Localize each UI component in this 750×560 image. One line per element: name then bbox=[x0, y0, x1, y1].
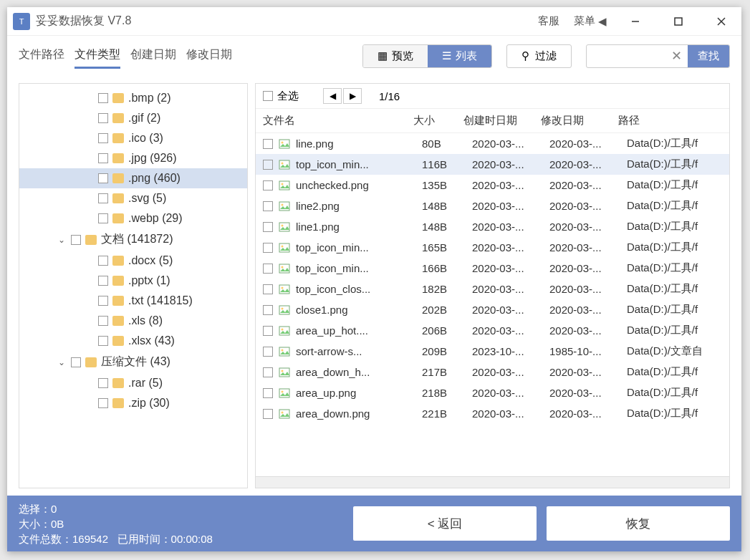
row-checkbox[interactable] bbox=[263, 264, 273, 274]
tree-checkbox[interactable] bbox=[71, 357, 81, 367]
table-row[interactable]: line1.png148B2020-03-...2020-03-...Data(… bbox=[256, 216, 729, 237]
table-row[interactable]: area_up_hot....206B2020-03-...2020-03-..… bbox=[256, 320, 729, 341]
tree-checkbox[interactable] bbox=[98, 336, 108, 346]
tree-checkbox[interactable] bbox=[98, 193, 108, 203]
row-checkbox[interactable] bbox=[263, 305, 273, 315]
minimize-button[interactable] bbox=[621, 11, 650, 32]
table-row[interactable]: top_icon_min...165B2020-03-...2020-03-..… bbox=[256, 237, 729, 258]
row-checkbox[interactable] bbox=[263, 201, 273, 211]
tree-item[interactable]: .txt (141815) bbox=[19, 291, 247, 311]
tree-checkbox[interactable] bbox=[98, 276, 108, 286]
maximize-button[interactable] bbox=[664, 11, 693, 32]
tree-item[interactable]: .pptx (1) bbox=[19, 271, 247, 291]
back-button[interactable]: < 返回 bbox=[353, 506, 537, 541]
row-checkbox[interactable] bbox=[263, 326, 273, 336]
filter-button[interactable]: ⚲过滤 bbox=[506, 44, 572, 68]
tree-item[interactable]: .zip (30) bbox=[19, 393, 247, 413]
row-checkbox[interactable] bbox=[263, 180, 273, 190]
file-size: 206B bbox=[422, 324, 472, 337]
col-created[interactable]: 创建时日期 bbox=[463, 114, 541, 127]
svg-rect-20 bbox=[279, 306, 289, 314]
tree-item[interactable]: .webp (29) bbox=[19, 208, 247, 228]
tree-item[interactable]: .gif (2) bbox=[19, 108, 247, 128]
row-checkbox[interactable] bbox=[263, 347, 273, 357]
table-row[interactable]: unchecked.png135B2020-03-...2020-03-...D… bbox=[256, 175, 729, 195]
expand-icon[interactable]: ⌄ bbox=[57, 235, 67, 245]
tree-item[interactable]: .jpg (926) bbox=[19, 148, 247, 168]
tab-type[interactable]: 文件类型 bbox=[74, 43, 120, 69]
tab-path[interactable]: 文件路径 bbox=[19, 43, 64, 69]
file-size: 165B bbox=[422, 241, 472, 254]
tab-created[interactable]: 创建日期 bbox=[130, 43, 176, 69]
next-page-button[interactable]: ▶ bbox=[343, 88, 362, 104]
tree-item[interactable]: ⌄文档 (141872) bbox=[19, 228, 247, 251]
table-row[interactable]: sort-arrow-s...209B2023-10-...1985-10-..… bbox=[256, 341, 729, 362]
expand-icon[interactable]: ⌄ bbox=[57, 357, 67, 367]
row-checkbox[interactable] bbox=[263, 160, 273, 170]
support-link[interactable]: 客服 bbox=[538, 14, 559, 28]
table-row[interactable]: area_down_h...217B2020-03-...2020-03-...… bbox=[256, 362, 729, 382]
tree-checkbox[interactable] bbox=[98, 93, 108, 103]
tree-checkbox[interactable] bbox=[98, 378, 108, 388]
folder-icon bbox=[112, 213, 124, 223]
tree-checkbox[interactable] bbox=[98, 113, 108, 123]
table-row[interactable]: top_icon_min...166B2020-03-...2020-03-..… bbox=[256, 258, 729, 279]
svg-point-13 bbox=[282, 224, 284, 226]
row-checkbox[interactable] bbox=[263, 222, 273, 232]
file-rows[interactable]: line.png80B2020-03-...2020-03-...Data(D:… bbox=[256, 133, 729, 476]
col-size[interactable]: 大小 bbox=[413, 114, 463, 127]
tree-item[interactable]: .svg (5) bbox=[19, 188, 247, 208]
tree-checkbox[interactable] bbox=[71, 235, 81, 245]
tree-checkbox[interactable] bbox=[98, 296, 108, 306]
svg-rect-30 bbox=[279, 410, 289, 418]
tree-checkbox[interactable] bbox=[98, 133, 108, 143]
table-row[interactable]: area_up.png218B2020-03-...2020-03-...Dat… bbox=[256, 382, 729, 403]
tree-checkbox[interactable] bbox=[98, 213, 108, 223]
tree-item[interactable]: .xls (8) bbox=[19, 311, 247, 331]
category-tabs: 文件路径 文件类型 创建日期 修改日期 bbox=[19, 43, 232, 69]
tree-item[interactable]: .ico (3) bbox=[19, 128, 247, 148]
table-row[interactable]: line.png80B2020-03-...2020-03-...Data(D:… bbox=[256, 133, 729, 154]
row-checkbox[interactable] bbox=[263, 388, 273, 398]
tree-item[interactable]: .bmp (2) bbox=[19, 88, 247, 108]
tree-checkbox[interactable] bbox=[98, 153, 108, 163]
row-checkbox[interactable] bbox=[263, 284, 273, 294]
svg-rect-26 bbox=[279, 368, 289, 377]
col-path[interactable]: 路径 bbox=[618, 114, 722, 127]
preview-view-button[interactable]: ▦预览 bbox=[363, 45, 428, 67]
tree-item[interactable]: .docx (5) bbox=[19, 251, 247, 271]
table-row[interactable]: area_down.png221B2020-03-...2020-03-...D… bbox=[256, 403, 729, 424]
row-checkbox[interactable] bbox=[263, 139, 273, 149]
list-view-button[interactable]: ☰列表 bbox=[428, 45, 491, 67]
clear-search-button[interactable]: ✕ bbox=[665, 48, 688, 64]
tree-checkbox[interactable] bbox=[98, 316, 108, 326]
col-modified[interactable]: 修改日期 bbox=[541, 114, 618, 127]
tree-item[interactable]: .xlsx (43) bbox=[19, 331, 247, 351]
table-row[interactable]: top_icon_min...116B2020-03-...2020-03-..… bbox=[256, 154, 729, 175]
row-checkbox[interactable] bbox=[263, 409, 273, 419]
horizontal-scrollbar[interactable] bbox=[256, 476, 729, 488]
table-row[interactable]: close1.png202B2020-03-...2020-03-...Data… bbox=[256, 299, 729, 320]
close-button[interactable] bbox=[707, 11, 736, 32]
search-input[interactable] bbox=[587, 46, 665, 66]
tree-item[interactable]: ⌄压缩文件 (43) bbox=[19, 351, 247, 373]
png-file-icon bbox=[279, 201, 290, 212]
tree-item[interactable]: .png (460) bbox=[19, 168, 247, 188]
table-row[interactable]: top_icon_clos...182B2020-03-...2020-03-.… bbox=[256, 279, 729, 299]
file-size: 80B bbox=[422, 137, 472, 150]
menu-button[interactable]: 菜单 ◀ bbox=[574, 14, 607, 28]
row-checkbox[interactable] bbox=[263, 243, 273, 253]
tree-checkbox[interactable] bbox=[98, 398, 108, 408]
tree-checkbox[interactable] bbox=[98, 256, 108, 266]
table-row[interactable]: line2.png148B2020-03-...2020-03-...Data(… bbox=[256, 195, 729, 216]
prev-page-button[interactable]: ◀ bbox=[323, 88, 342, 104]
recover-button[interactable]: 恢复 bbox=[547, 506, 730, 541]
tree-item[interactable]: .rar (5) bbox=[19, 373, 247, 393]
tree-pane[interactable]: .bmp (2).gif (2).ico (3).jpg (926).png (… bbox=[19, 83, 248, 488]
tree-checkbox[interactable] bbox=[98, 173, 108, 183]
col-name[interactable]: 文件名 bbox=[263, 114, 413, 127]
search-button[interactable]: 查找 bbox=[688, 45, 729, 67]
select-all-checkbox[interactable]: 全选 bbox=[263, 90, 299, 103]
tab-modified[interactable]: 修改日期 bbox=[186, 43, 232, 69]
row-checkbox[interactable] bbox=[263, 367, 273, 377]
